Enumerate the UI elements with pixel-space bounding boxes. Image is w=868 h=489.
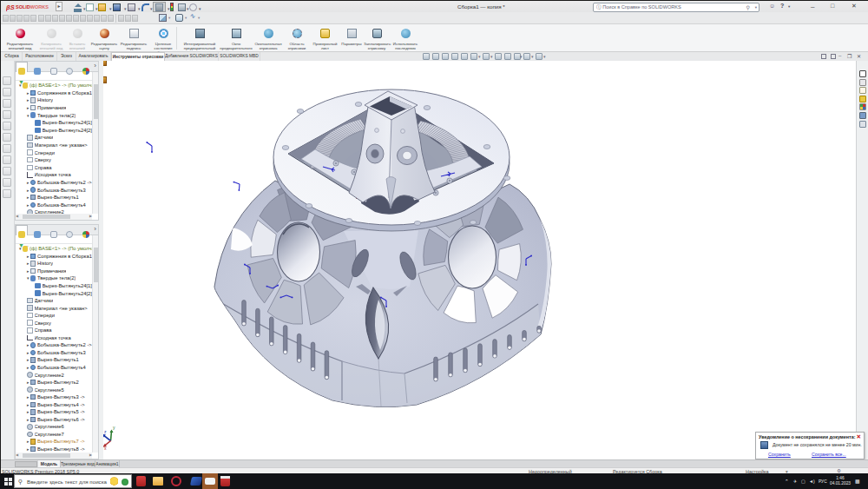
svg-text:y: y	[113, 425, 115, 430]
svg-text:SOLIDWORKS: SOLIDWORKS	[16, 4, 49, 10]
svg-text:z: z	[104, 429, 107, 434]
svg-text:βS: βS	[6, 3, 15, 11]
